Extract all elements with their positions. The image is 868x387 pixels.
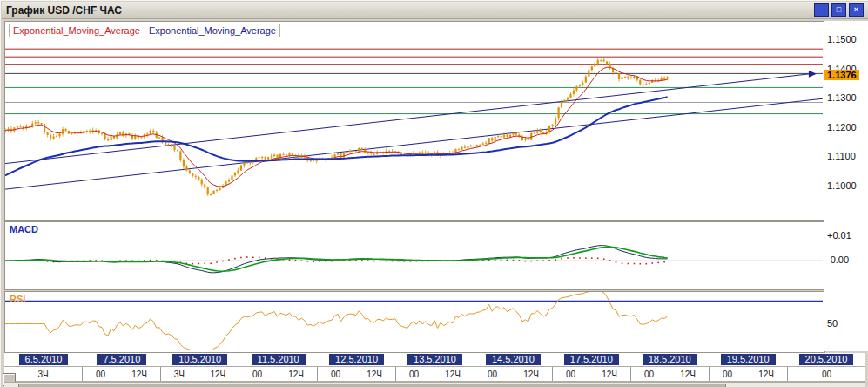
window-title: График USD /CHF ЧАС: [6, 4, 122, 17]
time-label: 3Ч: [37, 370, 48, 379]
time-label: 12Ч: [523, 370, 539, 379]
time-cell: 0012Ч: [395, 367, 474, 381]
date-label: 18.5.2010: [643, 354, 697, 365]
window-buttons: –□×: [814, 3, 864, 17]
date-label: 11.5.2010: [252, 354, 306, 365]
macd-label: MACD: [10, 224, 38, 234]
time-label: 12Ч: [210, 370, 225, 379]
date-cell: 7.5.2010: [83, 353, 161, 366]
date-cell: 10.5.2010: [161, 353, 239, 366]
time-cell: 0012Ч: [709, 367, 787, 381]
date-label: 19.5.2010: [721, 354, 776, 365]
macd-axis-label: -0.00: [827, 255, 849, 265]
rsi-panel-plot: [5, 292, 823, 350]
main-panel-plot: [5, 22, 823, 218]
time-cell: 3Ч12Ч: [160, 367, 239, 381]
price-axis: 1.15001.14001.13001.12001.11001.10001.13…: [824, 21, 868, 351]
time-cell: 0012Ч: [317, 367, 395, 381]
date-cell: 13.5.2010: [396, 353, 474, 366]
date-label: 6.5.2010: [19, 354, 69, 365]
macd-panel-plot: [5, 222, 823, 288]
time-label: 12Ч: [602, 370, 617, 379]
time-label: 12Ч: [288, 370, 304, 379]
date-label: 7.5.2010: [97, 354, 146, 365]
date-axis: 6.5.20107.5.201010.5.201011.5.201012.5.2…: [4, 353, 865, 366]
price-label: 1.1100: [827, 151, 856, 161]
time-label: 00: [409, 370, 419, 379]
time-cell: 0012Ч: [82, 367, 160, 381]
time-cell: 0012Ч: [239, 367, 317, 381]
legend-item: Exponential_Moving_Average: [13, 25, 140, 36]
close-button[interactable]: ×: [849, 3, 864, 17]
time-label: 00: [723, 370, 732, 379]
time-cell: 0012Ч: [630, 367, 709, 381]
time-label: 12Ч: [445, 370, 461, 379]
time-label: 12Ч: [367, 370, 382, 379]
price-label: 1.1500: [827, 34, 857, 44]
rsi-label: RSI: [10, 294, 25, 304]
time-cell: 3Ч: [4, 367, 82, 381]
time-cell: 0012Ч: [552, 367, 630, 381]
date-cell: 14.5.2010: [474, 353, 552, 366]
scrollbar-thumb[interactable]: [18, 384, 726, 387]
title-bar[interactable]: График USD /CHF ЧАС –□×: [2, 2, 868, 19]
time-label: 00: [822, 370, 831, 379]
minimize-button[interactable]: –: [814, 3, 829, 17]
macd-axis-label: +0.01: [827, 230, 851, 241]
date-cell: 12.5.2010: [318, 353, 396, 366]
date-cell: 6.5.2010: [4, 353, 83, 366]
time-label: 00: [96, 370, 105, 379]
time-label: 00: [644, 370, 654, 379]
date-label: 13.5.2010: [407, 354, 462, 365]
date-label: 17.5.2010: [564, 354, 619, 365]
price-chart-panel[interactable]: Exponential_Moving_AverageExponential_Mo…: [4, 21, 825, 221]
date-cell: 19.5.2010: [709, 353, 787, 366]
price-label: 1.1300: [827, 92, 857, 103]
time-label: 00: [488, 370, 497, 379]
time-label: 00: [252, 370, 262, 379]
date-label: 20.5.2010: [799, 354, 854, 365]
time-label: 12Ч: [131, 370, 147, 379]
time-label: 00: [566, 370, 575, 379]
horizontal-scrollbar[interactable]: [4, 382, 865, 387]
date-cell: 17.5.2010: [552, 353, 630, 366]
current-price-tag: 1.1376: [824, 70, 859, 80]
time-label: 12Ч: [758, 370, 774, 379]
time-cell: 0012Ч: [474, 367, 552, 381]
date-cell: 11.5.2010: [239, 353, 318, 366]
date-label: 14.5.2010: [486, 354, 541, 365]
chart-window: График USD /CHF ЧАС –□× Exponential_Movi…: [0, 0, 868, 387]
time-cell: 00: [787, 367, 865, 381]
rsi-panel[interactable]: RSI: [4, 291, 825, 353]
date-cell: 20.5.2010: [787, 353, 865, 366]
time-axis: 3Ч0012Ч3Ч12Ч0012Ч0012Ч0012Ч0012Ч0012Ч001…: [4, 366, 865, 382]
date-label: 12.5.2010: [329, 354, 384, 365]
time-label: 00: [331, 370, 340, 379]
legend-item: Exponential_Moving_Average: [149, 25, 276, 36]
price-label: 1.1000: [827, 180, 857, 191]
time-label: 3Ч: [174, 370, 185, 379]
rsi-axis-label: 50: [827, 318, 838, 329]
indicator-legend: Exponential_Moving_AverageExponential_Mo…: [9, 24, 280, 37]
restore-button[interactable]: □: [831, 3, 846, 17]
price-label: 1.1200: [827, 122, 857, 132]
date-label: 10.5.2010: [172, 354, 227, 365]
time-label: 12Ч: [680, 370, 696, 379]
date-cell: 18.5.2010: [630, 353, 709, 366]
macd-panel[interactable]: MACD: [4, 221, 825, 290]
